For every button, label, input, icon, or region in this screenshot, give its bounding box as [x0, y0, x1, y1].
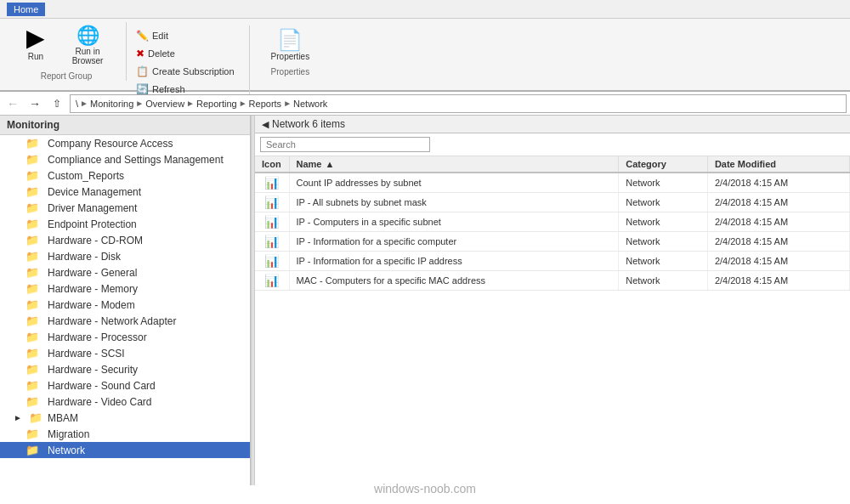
sidebar-item[interactable]: 📁Hardware - Memory: [0, 280, 250, 297]
address-bar: ← → ⇧ \ ► Monitoring ► Overview ► Report…: [0, 92, 850, 116]
row-icon: 📊: [255, 232, 289, 252]
create-subscription-button[interactable]: 📋 Create Subscription: [130, 63, 241, 80]
properties-button[interactable]: 📄 Properties: [264, 25, 318, 65]
sidebar-item[interactable]: 📁Hardware - Network Adapter: [0, 313, 250, 329]
sidebar-item-label: Driver Management: [48, 202, 137, 214]
folder-icon: 📁: [26, 444, 39, 456]
sidebar-item-label: Migration: [48, 428, 89, 440]
table-row[interactable]: 📊 IP - Information for a specific IP add…: [255, 252, 850, 271]
path-root[interactable]: \: [76, 99, 78, 109]
properties-label: Properties: [271, 52, 310, 61]
sidebar-item-label: Hardware - General: [48, 267, 137, 279]
forward-button[interactable]: →: [26, 94, 44, 113]
sidebar-item-label: Hardware - Disk: [48, 251, 121, 263]
sidebar-item[interactable]: 📁Hardware - Security: [0, 361, 250, 377]
sidebar-item[interactable]: 📁Driver Management: [0, 200, 250, 216]
content-header-text: Network 6 items: [272, 118, 345, 130]
sidebar-item[interactable]: 📁Custom_Reports: [0, 167, 250, 184]
delete-label: Delete: [148, 48, 175, 59]
row-category: Network: [619, 232, 708, 252]
sidebar-item[interactable]: 📁Compliance and Settings Management: [0, 151, 250, 167]
sidebar-item[interactable]: 📁Hardware - General: [0, 264, 250, 280]
sidebar: Monitoring 📁Company Resource Access📁Comp…: [0, 116, 251, 485]
sidebar-item[interactable]: 📁Hardware - Video Card: [0, 394, 250, 410]
folder-icon: 📁: [26, 185, 39, 198]
path-reporting[interactable]: Reporting: [196, 99, 237, 109]
folder-icon: 📁: [26, 234, 39, 246]
sidebar-item[interactable]: 📁Company Resource Access: [0, 135, 250, 151]
sidebar-item-label: Network: [48, 445, 85, 456]
collapse-icon[interactable]: ◀: [262, 119, 269, 130]
search-input[interactable]: [260, 137, 430, 152]
col-category[interactable]: Category: [619, 156, 708, 173]
sidebar-item[interactable]: 📁Hardware - Modem: [0, 297, 250, 313]
sidebar-item[interactable]: 📁Device Management: [0, 184, 250, 200]
home-menu[interactable]: Home: [7, 3, 45, 16]
path-overview[interactable]: Overview: [145, 99, 184, 109]
path-reports[interactable]: Reports: [249, 99, 282, 109]
table-row[interactable]: 📊 MAC - Computers for a specific MAC add…: [255, 271, 850, 291]
folder-icon: 📁: [26, 282, 39, 295]
sidebar-item[interactable]: ►📁MBAM: [0, 410, 250, 426]
sidebar-item-label: Compliance and Settings Management: [48, 154, 224, 166]
path-network[interactable]: Network: [293, 99, 327, 109]
sidebar-item[interactable]: 📁Endpoint Protection: [0, 216, 250, 232]
sidebar-item-label: Hardware - Sound Card: [48, 380, 156, 392]
table-row[interactable]: 📊 IP - Computers in a specific subnet Ne…: [255, 212, 850, 232]
chart-icon: 📊: [264, 195, 279, 209]
ribbon: ▶ Run 🌐 Run in Browser Report Group ✏️ E…: [0, 19, 850, 92]
row-name: IP - Information for a specific computer: [289, 232, 619, 252]
run-button[interactable]: ▶ Run: [15, 22, 56, 65]
sep4: ►: [239, 99, 247, 108]
row-icon: 📊: [255, 193, 289, 212]
path-monitoring[interactable]: Monitoring: [90, 99, 133, 109]
chart-icon: 📊: [264, 274, 279, 287]
col-name[interactable]: Name▲: [289, 156, 619, 173]
row-date: 2/4/2018 4:15 AM: [707, 232, 849, 252]
sidebar-item-label: Hardware - Modem: [48, 299, 135, 311]
delete-button[interactable]: ✖ Delete: [130, 45, 241, 62]
folder-icon: 📁: [26, 363, 39, 376]
create-subscription-label: Create Subscription: [152, 66, 235, 76]
edit-group: ✏️ Edit ✖ Delete 📋 Create Subscription 🔄…: [127, 25, 250, 99]
run-in-browser-button[interactable]: 🌐 Run in Browser: [58, 22, 117, 70]
sidebar-item-label: Custom_Reports: [48, 170, 124, 182]
edit-button[interactable]: ✏️ Edit: [130, 27, 241, 44]
col-icon[interactable]: Icon: [255, 156, 289, 173]
chart-icon: 📊: [264, 215, 279, 229]
table-row[interactable]: 📊 IP - All subnets by subnet mask Networ…: [255, 193, 850, 212]
row-category: Network: [619, 173, 708, 193]
edit-label: Edit: [152, 31, 168, 41]
sidebar-item[interactable]: 📁Hardware - Disk: [0, 248, 250, 264]
sidebar-item[interactable]: 📁Hardware - CD-ROM: [0, 232, 250, 248]
sidebar-item-label: Hardware - Memory: [48, 283, 138, 295]
sidebar-item-label: Endpoint Protection: [48, 218, 137, 230]
row-category: Network: [619, 271, 708, 291]
sidebar-item[interactable]: 📁Hardware - SCSI: [0, 345, 250, 361]
sidebar-item-label: Device Management: [48, 186, 141, 198]
row-name: MAC - Computers for a specific MAC addre…: [289, 271, 619, 291]
row-category: Network: [619, 212, 708, 232]
address-path[interactable]: \ ► Monitoring ► Overview ► Reporting ► …: [70, 94, 847, 113]
expand-icon: ►: [14, 413, 22, 422]
back-button[interactable]: ←: [3, 94, 22, 113]
up-button[interactable]: ⇧: [48, 94, 66, 113]
sidebar-item-label: Hardware - CD-ROM: [48, 235, 143, 246]
row-name: Count IP addresses by subnet: [289, 173, 619, 193]
sidebar-item[interactable]: 📁Network: [0, 442, 250, 458]
sidebar-header: Monitoring: [0, 116, 250, 135]
sep3: ►: [186, 99, 195, 108]
sidebar-item[interactable]: 📁Migration: [0, 426, 250, 442]
sidebar-item-label: Hardware - SCSI: [48, 348, 125, 360]
row-name: IP - All subnets by subnet mask: [289, 193, 619, 212]
row-date: 2/4/2018 4:15 AM: [707, 212, 849, 232]
run-icon: ▶: [26, 26, 45, 50]
folder-icon: 📁: [26, 428, 39, 440]
sidebar-item[interactable]: 📁Hardware - Sound Card: [0, 377, 250, 394]
row-date: 2/4/2018 4:15 AM: [707, 271, 849, 291]
table-row[interactable]: 📊 IP - Information for a specific comput…: [255, 232, 850, 252]
sidebar-item[interactable]: 📁Hardware - Processor: [0, 329, 250, 345]
col-date[interactable]: Date Modified: [707, 156, 849, 173]
table-row[interactable]: 📊 Count IP addresses by subnet Network 2…: [255, 173, 850, 193]
table-header: Icon Name▲ Category Date Modified: [255, 156, 850, 173]
